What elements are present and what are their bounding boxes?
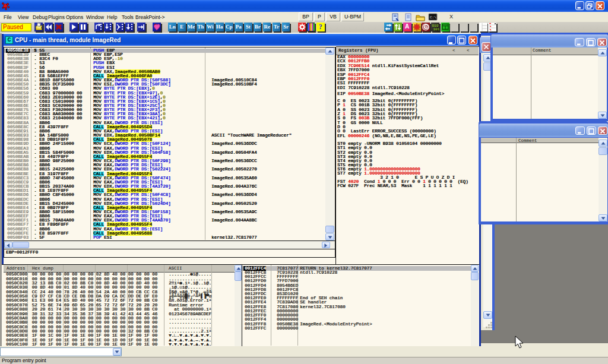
svg-text:101: 101 xyxy=(433,27,440,31)
svg-text:C:\: C:\ xyxy=(430,15,436,20)
